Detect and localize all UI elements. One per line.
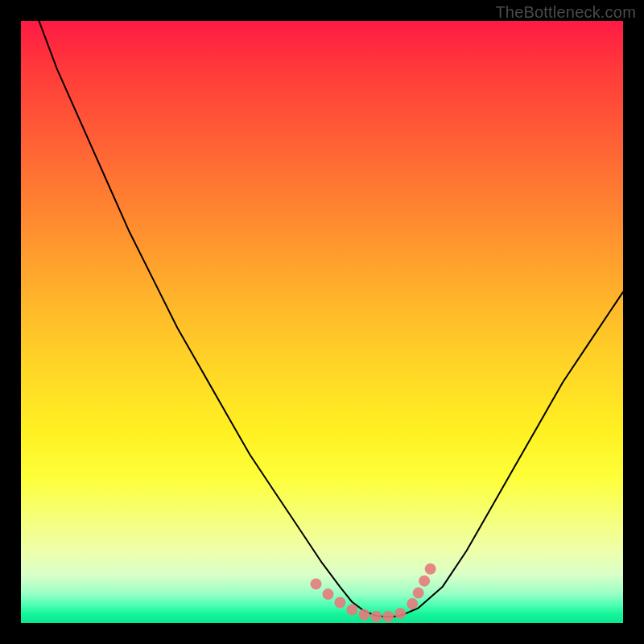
chart-frame: TheBottleneck.com <box>0 0 644 644</box>
marker-dot <box>334 597 345 609</box>
marker-dot <box>425 564 436 575</box>
marker-dot <box>413 588 424 599</box>
watermark-text: TheBottleneck.com <box>495 3 636 22</box>
marker-dot <box>358 609 369 621</box>
marker-dot <box>394 608 406 619</box>
curve-layer <box>21 21 623 623</box>
marker-dot <box>419 576 430 587</box>
marker-dot <box>407 598 418 609</box>
marker-dot <box>322 588 333 600</box>
marker-dot <box>370 611 382 622</box>
marker-dot <box>382 611 394 622</box>
marker-dot <box>346 605 357 616</box>
marker-dot <box>311 578 322 589</box>
plot-area <box>21 21 623 623</box>
series-bottleneck-curve <box>39 21 623 617</box>
